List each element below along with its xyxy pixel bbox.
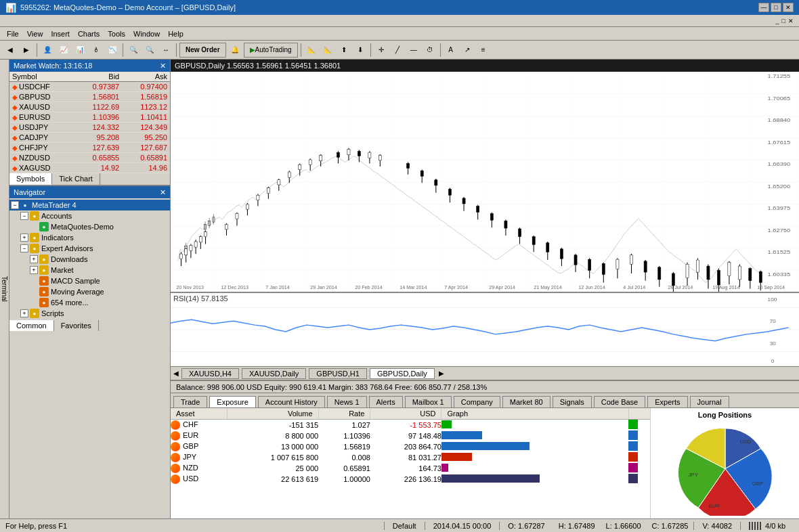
bottom-tab-code-base[interactable]: Code Base bbox=[594, 396, 645, 407]
navigator-close[interactable]: ✕ bbox=[160, 188, 166, 197]
exposure-color-dot bbox=[628, 474, 638, 483]
mw-col-symbol: Symbol bbox=[9, 72, 74, 82]
toolbar-profile[interactable]: 👤 bbox=[40, 43, 55, 58]
toolbar-sound[interactable]: 🔔 bbox=[228, 43, 242, 58]
market-watch-row[interactable]: ◆EURUSD 1.10396 1.10411 bbox=[9, 112, 170, 123]
bottom-tab-journal[interactable]: Journal bbox=[690, 396, 729, 407]
nav-item-label: MetaQuotes-Demo bbox=[51, 223, 114, 231]
menu-item-insert[interactable]: Insert bbox=[47, 29, 74, 39]
toolbar-hline[interactable]: — bbox=[406, 43, 421, 58]
nav-item[interactable]: +●Downloads bbox=[9, 254, 170, 265]
toolbar-period[interactable]: ⏱ bbox=[423, 43, 437, 58]
nav-item-icon: ● bbox=[39, 298, 49, 307]
market-watch-close[interactable]: ✕ bbox=[160, 62, 166, 70]
toolbar-zoom-in[interactable]: 🔍 bbox=[126, 43, 141, 58]
chart-tab[interactable]: GBPUSD,H1 bbox=[309, 368, 367, 379]
expand-icon[interactable]: + bbox=[30, 266, 38, 274]
chart-scroll-right[interactable]: ▶ bbox=[439, 370, 444, 377]
toolbar-indicator1[interactable]: 📐 bbox=[304, 43, 319, 58]
bottom-tab-exposure[interactable]: Exposure bbox=[209, 396, 255, 407]
pie-chart: USD GBP EUR JPY bbox=[671, 422, 779, 516]
nav-item[interactable]: −●Accounts bbox=[9, 210, 170, 221]
market-watch-row[interactable]: ◆NZDUSD 0.65855 0.65891 bbox=[9, 153, 170, 163]
nav-item-label: MetaTrader 4 bbox=[32, 201, 77, 209]
autotrading-button[interactable]: ▶ AutoTrading bbox=[244, 43, 298, 58]
toolbar-chart-bar[interactable]: 📊 bbox=[72, 43, 87, 58]
expand-icon[interactable]: − bbox=[20, 212, 28, 220]
chart-tab[interactable]: XAUUSD,H4 bbox=[181, 368, 239, 379]
bottom-tab-market-80[interactable]: Market 80 bbox=[502, 396, 550, 407]
bottom-tab-experts[interactable]: Experts bbox=[647, 396, 687, 407]
menu-item-tools[interactable]: Tools bbox=[104, 29, 129, 39]
bottom-tab-company[interactable]: Company bbox=[454, 396, 500, 407]
toolbar-chart-line[interactable]: 📉 bbox=[105, 43, 120, 58]
toolbar-chart-new[interactable]: 📈 bbox=[56, 43, 71, 58]
market-watch-row[interactable]: ◆XAGUSD 14.92 14.96 bbox=[9, 163, 170, 173]
maximize-button[interactable]: □ bbox=[771, 3, 781, 12]
bottom-tab-alerts[interactable]: Alerts bbox=[369, 396, 403, 407]
menu-item-view[interactable]: View bbox=[23, 29, 47, 39]
chart-svg: 1.71255 1.70065 1.68840 1.67615 1.66390 … bbox=[171, 72, 799, 292]
new-order-button[interactable]: New Order bbox=[179, 43, 226, 58]
toolbar-chart-candle[interactable]: 🕯 bbox=[89, 43, 104, 58]
nav-item[interactable]: +●Scripts bbox=[9, 308, 170, 319]
menu-item-charts[interactable]: Charts bbox=[74, 29, 104, 39]
market-watch-row[interactable]: ◆CADJPY 95.208 95.250 bbox=[9, 133, 170, 143]
market-watch-row[interactable]: ◆GBPUSD 1.56801 1.56819 bbox=[9, 92, 170, 102]
mw-tab-symbols[interactable]: Symbols bbox=[9, 173, 52, 185]
nav-tab-favorites[interactable]: Favorites bbox=[54, 320, 99, 331]
toolbar-crosshair[interactable]: ✛ bbox=[374, 43, 389, 58]
toolbar-indicator3[interactable]: ⬆ bbox=[337, 43, 351, 58]
toolbar-back[interactable]: ◀ bbox=[3, 43, 18, 58]
nav-item[interactable]: ●654 more... bbox=[9, 297, 170, 308]
toolbar-indicator2[interactable]: 📐 bbox=[320, 43, 335, 58]
svg-text:0: 0 bbox=[771, 358, 775, 364]
nav-item[interactable]: ●MACD Sample bbox=[9, 275, 170, 286]
bottom-tab-signals[interactable]: Signals bbox=[553, 396, 592, 407]
svg-text:1.71255: 1.71255 bbox=[768, 73, 791, 79]
toolbar-indicator4[interactable]: ⬇ bbox=[353, 43, 368, 58]
nav-item[interactable]: ●MetaQuotes-Demo bbox=[9, 221, 170, 232]
mw-tab-tick[interactable]: Tick Chart bbox=[52, 173, 100, 185]
menu-item-file[interactable]: File bbox=[3, 29, 23, 39]
nav-item[interactable]: +●Indicators bbox=[9, 232, 170, 243]
toolbar-scroll[interactable]: ↔ bbox=[158, 43, 173, 58]
bottom-tab-mailbox-1[interactable]: Mailbox 1 bbox=[405, 396, 452, 407]
nav-item[interactable]: +●Market bbox=[9, 265, 170, 275]
toolbar-forward[interactable]: ▶ bbox=[19, 43, 34, 58]
svg-rect-42 bbox=[257, 195, 259, 200]
toolbar-sep3 bbox=[176, 43, 177, 57]
svg-rect-66 bbox=[407, 163, 410, 168]
expand-icon[interactable]: − bbox=[11, 201, 19, 209]
bottom-tab-news-1[interactable]: News 1 bbox=[327, 396, 367, 407]
toolbar-arrow[interactable]: ↗ bbox=[460, 43, 475, 58]
chart-tab[interactable]: XAUUSD,Daily bbox=[242, 368, 306, 379]
expand-icon[interactable]: + bbox=[20, 309, 28, 317]
nav-item[interactable]: ●Moving Average bbox=[9, 286, 170, 297]
nav-item[interactable]: −●Expert Advisors bbox=[9, 243, 170, 254]
close-button[interactable]: ✕ bbox=[783, 3, 794, 12]
svg-rect-84 bbox=[532, 237, 535, 245]
market-watch-row[interactable]: ◆XAUUSD 1122.69 1123.12 bbox=[9, 102, 170, 112]
menu-item-help[interactable]: Help bbox=[164, 29, 188, 39]
toolbar-text[interactable]: A bbox=[444, 43, 458, 58]
expand-icon[interactable]: + bbox=[20, 234, 28, 242]
nav-item[interactable]: −●MetaTrader 4 bbox=[9, 200, 170, 210]
bottom-tab-account-history[interactable]: Account History bbox=[258, 396, 325, 407]
chart-tab[interactable]: GBPUSD,Daily bbox=[370, 368, 435, 379]
chart-scroll-left[interactable]: ◀ bbox=[173, 370, 179, 377]
svg-rect-108 bbox=[696, 260, 699, 272]
market-watch-row[interactable]: ◆CHFJPY 127.639 127.687 bbox=[9, 143, 170, 153]
expand-icon[interactable]: + bbox=[30, 255, 38, 263]
bottom-tab-trade[interactable]: Trade bbox=[173, 396, 207, 407]
expand-icon[interactable]: − bbox=[20, 244, 28, 252]
menu-item-window[interactable]: Window bbox=[129, 29, 164, 39]
toolbar-zoom-out[interactable]: 🔍 bbox=[142, 43, 157, 58]
market-watch-row[interactable]: ◆USDCHF 0.97387 0.97400 bbox=[9, 82, 170, 92]
market-watch-row[interactable]: ◆USDJPY 124.332 124.349 bbox=[9, 123, 170, 133]
terminal-side-tab[interactable]: Terminal bbox=[0, 60, 9, 518]
toolbar-more[interactable]: ≡ bbox=[476, 43, 491, 58]
nav-tab-common[interactable]: Common bbox=[9, 320, 54, 331]
toolbar-line[interactable]: ╱ bbox=[390, 43, 405, 58]
minimize-button[interactable]: — bbox=[758, 3, 769, 12]
